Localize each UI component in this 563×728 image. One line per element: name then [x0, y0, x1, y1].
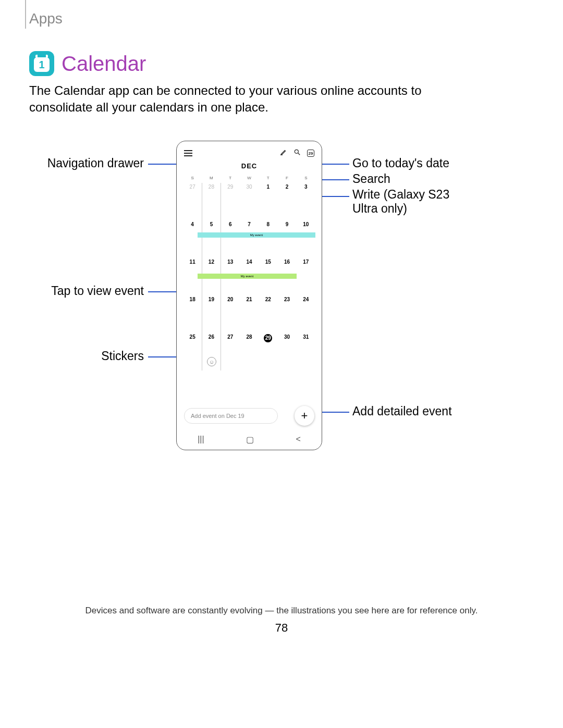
- day-of-week-row: SMTWTFS: [183, 176, 315, 180]
- today-icon[interactable]: 29: [307, 150, 314, 157]
- callout-tap-event: Tap to view event: [29, 284, 144, 298]
- dow-label: T: [221, 176, 240, 180]
- calendar-cell[interactable]: 27: [183, 183, 202, 220]
- breadcrumb: Apps: [29, 10, 63, 27]
- calendar-cell-empty: [221, 371, 240, 408]
- event-bar[interactable]: My event: [198, 274, 297, 279]
- calendar-cell-empty: [183, 371, 202, 408]
- calendar-grid[interactable]: 2728293012345678910111213141516171819202…: [183, 183, 315, 408]
- back-icon[interactable]: <: [296, 435, 300, 445]
- annotated-diagram: Navigation drawer Tap to view event Stic…: [29, 135, 488, 469]
- calendar-cell[interactable]: 24: [297, 295, 315, 333]
- dow-label: S: [297, 176, 315, 180]
- callout-search: Search: [352, 172, 390, 186]
- dow-label: F: [277, 176, 296, 180]
- svg-point-0: [295, 150, 298, 153]
- search-icon[interactable]: [293, 149, 301, 158]
- callout-today: Go to today's date: [352, 156, 449, 170]
- calendar-cell[interactable]: 30: [240, 183, 259, 220]
- android-navbar: ||| ▢ <: [177, 435, 322, 445]
- leader-line: [322, 179, 349, 180]
- calendar-cell[interactable]: 7: [240, 220, 259, 258]
- calendar-cell-empty: [297, 371, 315, 408]
- footnote: Devices and software are constantly evol…: [0, 606, 563, 616]
- calendar-app-icon: [29, 51, 54, 76]
- calendar-cell[interactable]: 29: [259, 333, 277, 371]
- quick-add-input[interactable]: Add event on Dec 19: [184, 408, 278, 424]
- calendar-cell[interactable]: 2: [277, 183, 296, 220]
- calendar-cell[interactable]: 28: [202, 183, 221, 220]
- add-event-fab[interactable]: +: [295, 406, 314, 426]
- calendar-cell[interactable]: 6: [221, 220, 240, 258]
- phone-mockup: 29 DEC SMTWTFS 2728293012345678910111213…: [176, 141, 322, 450]
- page-title: Calendar: [62, 52, 146, 76]
- calendar-cell[interactable]: 27: [221, 333, 240, 371]
- svg-line-1: [298, 153, 300, 155]
- hamburger-icon[interactable]: [184, 150, 192, 156]
- dow-label: W: [240, 176, 259, 180]
- callout-nav-drawer: Navigation drawer: [29, 156, 144, 170]
- phone-topbar: 29: [184, 149, 314, 158]
- calendar-cell[interactable]: 5: [202, 220, 221, 258]
- calendar-cell[interactable]: 18: [183, 295, 202, 333]
- calendar-cell-empty: [202, 371, 221, 408]
- calendar-cell[interactable]: 31: [297, 333, 315, 371]
- calendar-cell[interactable]: 17: [297, 258, 315, 295]
- calendar-cell[interactable]: 29: [221, 183, 240, 220]
- intro-text: The Calendar app can be connected to you…: [29, 82, 483, 116]
- calendar-cell[interactable]: 21: [240, 295, 259, 333]
- title-row: Calendar: [29, 51, 146, 76]
- calendar-cell-empty: [240, 371, 259, 408]
- section-rule: [25, 0, 26, 29]
- calendar-cell[interactable]: 25: [183, 333, 202, 371]
- calendar-cell[interactable]: 8: [259, 220, 277, 258]
- month-label: DEC: [177, 162, 322, 170]
- dow-label: M: [202, 176, 221, 180]
- calendar-cell[interactable]: 30: [277, 333, 296, 371]
- callout-add-detailed: Add detailed event: [352, 404, 452, 418]
- sticker-button[interactable]: ☺: [207, 357, 216, 366]
- write-icon[interactable]: [280, 149, 287, 158]
- dow-label: T: [259, 176, 277, 180]
- dow-label: S: [183, 176, 202, 180]
- calendar-cell-empty: [277, 371, 296, 408]
- calendar-cell[interactable]: 9: [277, 220, 296, 258]
- calendar-cell[interactable]: 20: [221, 295, 240, 333]
- calendar-cell[interactable]: 10: [297, 220, 315, 258]
- calendar-cell[interactable]: 19: [202, 295, 221, 333]
- home-icon[interactable]: ▢: [246, 435, 254, 445]
- recents-icon[interactable]: |||: [198, 435, 204, 445]
- calendar-cell[interactable]: 22: [259, 295, 277, 333]
- calendar-cell[interactable]: 3: [297, 183, 315, 220]
- calendar-cell[interactable]: 28: [240, 333, 259, 371]
- calendar-cell[interactable]: 23: [277, 295, 296, 333]
- page-number: 78: [0, 621, 563, 635]
- calendar-cell[interactable]: 4: [183, 220, 202, 258]
- callout-write: Write (Galaxy S23 Ultra only): [352, 188, 457, 216]
- calendar-cell-empty: [259, 371, 277, 408]
- callout-stickers: Stickers: [29, 349, 144, 363]
- calendar-cell[interactable]: 1: [259, 183, 277, 220]
- event-bar[interactable]: My event: [198, 232, 315, 238]
